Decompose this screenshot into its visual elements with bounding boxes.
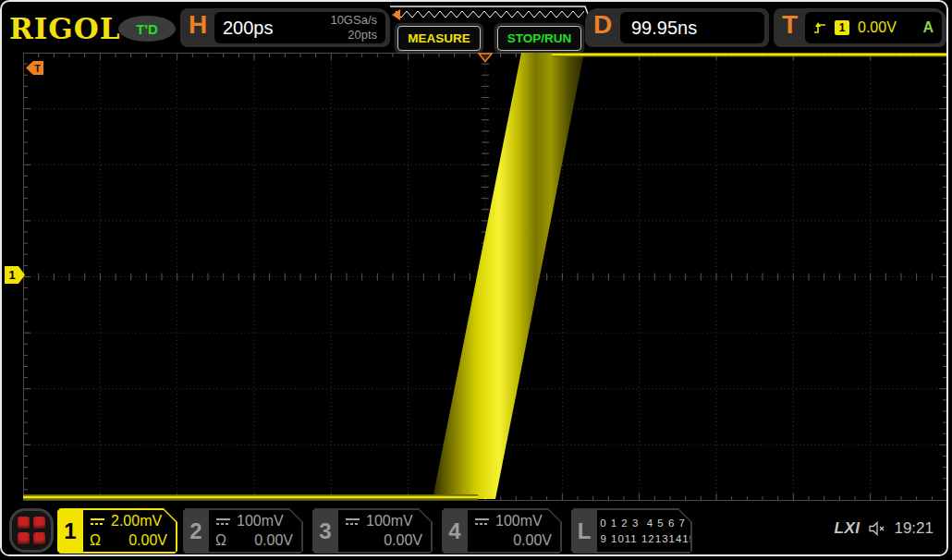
dc-coupling-icon xyxy=(474,517,490,527)
channel-1-block[interactable]: 1 2.00mV Ω 0.00V xyxy=(57,508,177,554)
trigger-position-marker[interactable] xyxy=(479,54,492,62)
system-status-group: LXI 19:21 xyxy=(835,519,934,538)
delay-readout: 99.95ns xyxy=(620,12,764,43)
channel-2-block[interactable]: 2 100mV Ω 0.00V xyxy=(183,508,303,554)
delay-panel[interactable]: D 99.95ns xyxy=(585,8,769,47)
sound-muted-icon[interactable] xyxy=(868,521,885,536)
memory-position-marker-icon xyxy=(392,9,400,20)
channel-2-impedance: Ω xyxy=(215,533,226,548)
menu-button-face xyxy=(12,511,51,550)
digital-channels-row2: 8 9 1011 12131415 xyxy=(590,531,696,546)
channel-2-offset: 0.00V xyxy=(254,533,293,548)
delay-value: 99.95ns xyxy=(631,18,697,39)
channel-3-block[interactable]: 3 100mV 0.00V xyxy=(312,508,433,554)
digital-channels-row1: 0 1 2 3 4 5 6 7 xyxy=(600,516,686,530)
memory-position-bar xyxy=(388,6,592,22)
timebase-value: 200ps xyxy=(223,18,274,39)
dc-coupling-icon xyxy=(90,517,105,527)
trigger-status-badge: T'D xyxy=(118,16,176,42)
horizontal-readout: 200ps 10GSa/s 20pts xyxy=(214,12,385,43)
channel1-position-marker[interactable]: 1 xyxy=(5,266,25,284)
channel-3-readout: 100mV 0.00V xyxy=(338,510,431,552)
channel-2-scale: 100mV xyxy=(237,514,284,529)
stop-run-button[interactable]: STOP/RUN xyxy=(497,26,581,51)
logic-analyzer-readout: 0 1 2 3 4 5 6 7 8 9 1011 12131415 xyxy=(597,510,690,552)
channel-4-readout: 100mV 0.00V xyxy=(468,510,560,552)
measure-button[interactable]: MEASURE xyxy=(397,26,481,51)
acquisition-info: 10GSa/s 20pts xyxy=(330,13,377,43)
channel-4-offset: 0.00V xyxy=(513,533,552,548)
horizontal-label: H xyxy=(189,10,207,40)
trigger-sweep-mode: A xyxy=(922,19,934,36)
memory-bar-waveform xyxy=(396,11,584,18)
channel-4-block[interactable]: 4 100mV 0.00V xyxy=(442,508,562,554)
status-bar: 1 2.00mV Ω 0.00V 2 xyxy=(2,505,946,556)
trigger-readout: 1 0.00V A xyxy=(805,12,942,43)
delay-label: D xyxy=(593,10,612,40)
channel-4-scale: 100mV xyxy=(495,514,543,529)
channel-3-number: 3 xyxy=(312,508,338,554)
logic-analyzer-block[interactable]: L 0 1 2 3 4 5 6 7 8 9 1011 12131415 xyxy=(571,508,692,554)
channel-1-scale: 2.00mV xyxy=(111,514,162,529)
channel-1-readout: 2.00mV Ω 0.00V xyxy=(83,510,176,552)
trigger-label: T xyxy=(782,10,798,40)
channel-3-offset: 0.00V xyxy=(384,533,422,548)
menu-button[interactable] xyxy=(9,508,54,553)
trigger-panel[interactable]: T 1 0.00V A xyxy=(774,8,946,47)
oscilloscope-screen: RIGOL T'D H 200ps 10GSa/s 20pts MEASURE … xyxy=(0,0,948,556)
channel-3-scale: 100mV xyxy=(366,514,413,529)
lxi-status-label: LXI xyxy=(835,519,860,538)
dc-coupling-icon xyxy=(215,517,231,527)
memory-depth: 20pts xyxy=(330,28,377,43)
trigger-level-value: 0.00V xyxy=(858,19,897,36)
waveform-display xyxy=(23,53,947,501)
logic-analyzer-label: L xyxy=(571,508,597,554)
channel-1-impedance: Ω xyxy=(90,533,101,548)
channel-4-number: 4 xyxy=(442,508,468,554)
rising-edge-icon xyxy=(813,19,826,36)
channel-2-readout: 100mV Ω 0.00V xyxy=(209,510,301,552)
dc-coupling-icon xyxy=(345,517,360,527)
channel-2-number: 2 xyxy=(183,508,209,554)
four-squares-icon xyxy=(18,517,45,544)
rigol-logo: RIGOL xyxy=(9,12,121,45)
channel-1-offset: 0.00V xyxy=(128,533,167,548)
channel-1-number: 1 xyxy=(57,508,83,554)
clock: 19:21 xyxy=(894,519,934,538)
sample-rate: 10GSa/s xyxy=(330,13,377,28)
trigger-source-badge: 1 xyxy=(835,20,849,35)
horizontal-panel[interactable]: H 200ps 10GSa/s 20pts xyxy=(180,8,390,47)
